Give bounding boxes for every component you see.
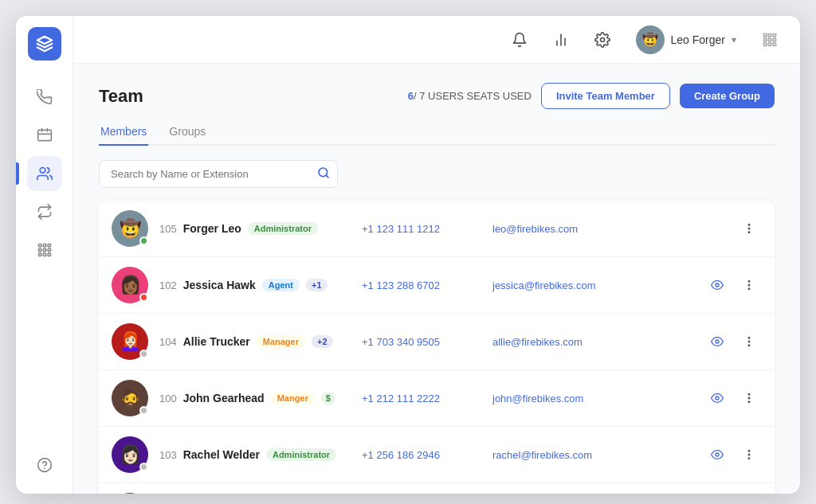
- svg-rect-26: [768, 43, 771, 45]
- member-email: leo@firebikes.com: [492, 223, 725, 235]
- svg-point-46: [748, 451, 749, 451]
- svg-rect-9: [48, 248, 50, 251]
- sidebar-item-dialpad[interactable]: [27, 232, 62, 268]
- svg-point-30: [748, 225, 749, 225]
- member-name: Rachel Welder: [183, 448, 260, 461]
- avatar: 👩🏻‍🦰: [112, 323, 148, 360]
- avatar: 👴🏻: [112, 493, 148, 494]
- create-group-button[interactable]: Create Group: [680, 84, 775, 108]
- sidebar-item-phone[interactable]: [27, 80, 62, 115]
- extra-count-badge: +1: [306, 279, 328, 291]
- member-actions: [704, 329, 762, 354]
- seats-info: 6/ 7 USERS SEATS USED: [408, 90, 532, 102]
- member-role-badge: Administrator: [266, 448, 336, 461]
- sidebar-item-team[interactable]: [27, 156, 62, 191]
- status-dot: [139, 236, 148, 245]
- member-ext: 100: [159, 393, 177, 404]
- svg-point-40: [748, 345, 749, 346]
- view-member-button[interactable]: [704, 442, 730, 467]
- svg-point-47: [748, 454, 749, 455]
- svg-rect-22: [764, 38, 767, 41]
- view-member-button[interactable]: [704, 385, 730, 411]
- page-title: Team: [99, 86, 143, 107]
- svg-point-36: [748, 288, 749, 289]
- svg-point-18: [600, 37, 604, 41]
- member-actions: [704, 385, 762, 411]
- member-phone: +1 123 111 1212: [362, 223, 481, 235]
- search-bar: [99, 160, 338, 188]
- member-more-button[interactable]: [736, 272, 762, 298]
- svg-rect-8: [43, 248, 45, 251]
- search-input[interactable]: [99, 160, 338, 188]
- member-more-button[interactable]: [736, 216, 762, 241]
- member-ext: 103: [159, 449, 177, 461]
- sidebar-item-help[interactable]: [27, 447, 62, 483]
- member-info: 102 Jessica Hawk Agent +1: [159, 279, 351, 291]
- svg-rect-19: [764, 33, 767, 36]
- member-phone: +1 123 288 6702: [362, 279, 481, 291]
- member-role-badge: Manager: [257, 335, 305, 348]
- svg-rect-7: [38, 248, 41, 251]
- svg-rect-5: [43, 244, 45, 247]
- member-role-badge: Manger: [271, 392, 315, 404]
- page-header: Team 6/ 7 USERS SEATS USED Invite Team M…: [99, 83, 775, 109]
- invite-team-member-button[interactable]: Invite Team Member: [541, 83, 670, 109]
- svg-point-43: [748, 397, 749, 398]
- member-more-button[interactable]: [736, 329, 762, 354]
- member-role-badge: Administrator: [248, 222, 318, 235]
- member-info: 103 Rachel Welder Administrator: [159, 448, 351, 461]
- settings-icon[interactable]: [588, 25, 617, 54]
- table-row: 👴🏻 101 Peter Rock Agent ⚠ Invited ↺ +1 1…: [99, 483, 775, 494]
- grid-icon[interactable]: [755, 25, 784, 54]
- svg-point-34: [748, 281, 749, 282]
- app-logo[interactable]: [28, 27, 61, 61]
- tabs: Members Groups: [99, 119, 775, 146]
- tab-groups[interactable]: Groups: [167, 119, 207, 146]
- svg-point-48: [748, 458, 749, 459]
- svg-rect-4: [38, 244, 41, 247]
- chevron-down-icon: ▾: [732, 34, 736, 45]
- svg-rect-25: [764, 43, 767, 45]
- table-row: 👩🏾 102 Jessica Hawk Agent +1 +1 123 288 …: [99, 257, 775, 314]
- table-row: 🤠 105 Forger Leo Administrator +1 123 11…: [99, 201, 775, 257]
- svg-point-38: [748, 338, 749, 338]
- seats-used: 6: [408, 90, 414, 102]
- svg-point-41: [716, 397, 719, 400]
- view-member-button[interactable]: [704, 329, 730, 354]
- svg-rect-11: [43, 253, 45, 256]
- page: Team 6/ 7 USERS SEATS USED Invite Team M…: [73, 64, 800, 494]
- sidebar-nav: [27, 80, 62, 441]
- money-badge: $: [321, 392, 335, 404]
- member-more-button[interactable]: [736, 385, 762, 411]
- svg-point-42: [748, 394, 749, 395]
- topbar: 🤠 Leo Forger ▾: [73, 16, 800, 64]
- svg-rect-10: [38, 253, 41, 256]
- member-info: 104 Allie Trucker Manager +2: [159, 335, 351, 348]
- member-more-button[interactable]: [736, 442, 762, 467]
- avatar: 👩🏻: [112, 436, 148, 473]
- member-name: Forger Leo: [183, 222, 241, 235]
- sidebar-item-contacts[interactable]: [27, 118, 62, 153]
- member-actions: [704, 272, 762, 298]
- svg-rect-6: [48, 244, 50, 247]
- avatar: 👩🏾: [112, 267, 148, 303]
- avatar: 🧔: [112, 380, 148, 416]
- notification-icon[interactable]: [505, 25, 534, 54]
- sidebar: [16, 16, 73, 494]
- search-icon: [317, 166, 330, 182]
- member-name: Allie Trucker: [183, 335, 250, 348]
- stats-icon[interactable]: [547, 25, 575, 54]
- tab-members[interactable]: Members: [99, 119, 148, 146]
- user-menu[interactable]: 🤠 Leo Forger ▾: [630, 22, 743, 57]
- svg-rect-21: [773, 33, 775, 36]
- member-email: rachel@firebikes.com: [492, 449, 693, 461]
- member-email: allie@firebikes.com: [492, 336, 693, 348]
- main-content: 🤠 Leo Forger ▾ Team 6/ 7 USERS SEATS US: [73, 16, 800, 494]
- svg-rect-12: [48, 253, 50, 256]
- sidebar-item-integrations[interactable]: [27, 194, 62, 229]
- member-name: Jessica Hawk: [183, 279, 256, 291]
- svg-point-3: [40, 168, 45, 174]
- member-phone: +1 256 186 2946: [362, 449, 481, 461]
- svg-point-44: [748, 401, 749, 402]
- view-member-button[interactable]: [704, 272, 730, 298]
